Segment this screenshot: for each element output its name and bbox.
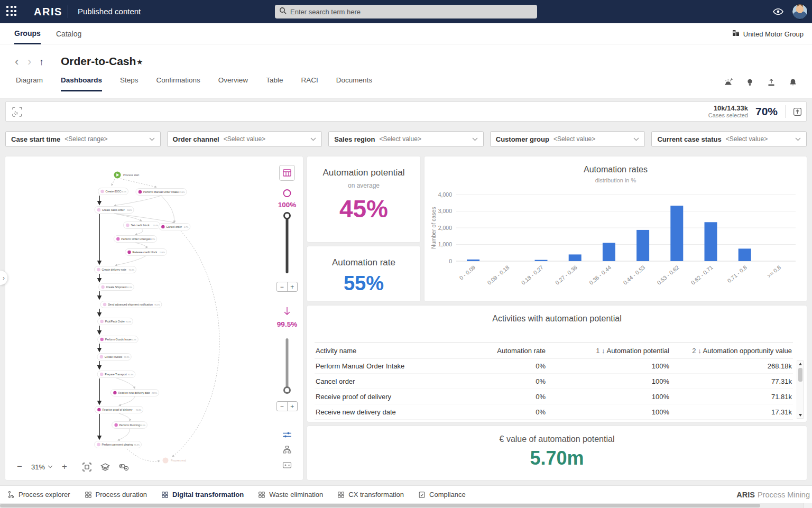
svg-text:95.3%: 95.3% — [126, 321, 132, 323]
column-header-automation-opportunity-value[interactable]: 2 ↓ Automation opportunity value — [670, 347, 793, 355]
connection-arrow-icon — [283, 307, 291, 318]
dashboard-tab-process-explorer[interactable]: Process explorer — [7, 491, 70, 498]
scroll-up-icon[interactable] — [797, 361, 803, 367]
cell-value: 100% — [547, 362, 670, 370]
tab-dashboards[interactable]: Dashboards — [61, 76, 102, 91]
upload-icon[interactable] — [767, 78, 776, 89]
favorite-star-icon[interactable]: ★ — [136, 58, 143, 66]
open-panel-icon[interactable] — [793, 107, 802, 116]
nav-tab-catalog[interactable]: Catalog — [56, 23, 81, 44]
table-title: Activities with automation potential — [307, 306, 807, 324]
table-row[interactable]: Receive new delivery date0%100%17.31k — [315, 404, 793, 420]
forward-icon[interactable]: › — [27, 56, 31, 68]
filter-label: Order channel — [173, 135, 219, 143]
dashboard-tab-label: Process explorer — [19, 491, 70, 498]
dashboard-tab-label: Digital transformation — [172, 491, 244, 498]
tab-diagram[interactable]: Diagram — [16, 76, 43, 91]
svg-text:Create Invoice: Create Invoice — [105, 355, 123, 358]
process-animation-icon[interactable] — [119, 463, 129, 471]
svg-text:23.3%: 23.3% — [150, 238, 155, 241]
case-selection-icon[interactable] — [12, 107, 22, 117]
table-scrollbar[interactable] — [797, 361, 804, 419]
euro-value-card: € value of automation potential 5.70m — [307, 426, 807, 480]
zoom-out-icon[interactable]: − — [17, 461, 22, 472]
sliders-settings-icon[interactable] — [282, 431, 292, 438]
filter-order-channel[interactable]: Order channel<Select value> — [167, 131, 322, 147]
column-header-automation-potential[interactable]: 1 ↓ Automation potential — [547, 347, 670, 355]
user-avatar[interactable] — [792, 4, 808, 20]
dashboard-tab-compliance[interactable]: Compliance — [418, 491, 466, 498]
zoom-level-select[interactable]: 31% — [31, 463, 53, 471]
activity-minus-button[interactable]: − — [277, 282, 288, 291]
table-body: Perform Manual Order Intake0%100%268.18k… — [315, 358, 793, 420]
activity-slider-track[interactable] — [286, 216, 289, 273]
dashboard-tab-label: CX transformation — [348, 491, 404, 498]
dashboard-tab-waste-elimination[interactable]: Waste elimination — [258, 491, 323, 498]
svg-text:15.4%: 15.4% — [153, 225, 159, 227]
filter-sales-region[interactable]: Sales region<Select value> — [328, 131, 484, 147]
filter-value: <Select value> — [380, 135, 421, 143]
tab-overview[interactable]: Overview — [218, 76, 248, 91]
notifications-bell-icon[interactable] — [789, 78, 797, 89]
nav-tab-catalog-label: Catalog — [56, 30, 81, 38]
svg-text:3,000: 3,000 — [438, 208, 452, 214]
search-input[interactable] — [290, 8, 533, 16]
eye-icon[interactable] — [773, 8, 783, 17]
process-diagram[interactable]: Process startCreate iDOC76.5%Perform Man… — [5, 158, 272, 464]
svg-text:Perform Goods Issue: Perform Goods Issue — [105, 338, 131, 341]
table-row[interactable]: Perform Manual Order Intake0%100%268.18k — [315, 358, 793, 374]
app-launcher-icon[interactable] — [6, 6, 16, 16]
tab-confirmations[interactable]: Confirmations — [156, 76, 200, 91]
tab-raci[interactable]: RACI — [301, 76, 318, 91]
layers-icon[interactable] — [100, 463, 110, 471]
fit-to-screen-icon[interactable] — [82, 463, 91, 472]
connection-slider-track[interactable] — [286, 338, 289, 391]
card-view-icon[interactable] — [283, 462, 292, 468]
tenant-selector[interactable]: United Motor Group — [732, 23, 804, 44]
filter-current-case-status[interactable]: Current case status<Select value> — [651, 131, 807, 147]
footer-brand: ARIS Process Mining — [736, 486, 810, 504]
scroll-down-icon[interactable] — [797, 412, 803, 418]
svg-text:23.5%: 23.5% — [152, 392, 158, 394]
cell-value: 71.81k — [670, 393, 793, 401]
nav-tab-groups[interactable]: Groups — [14, 23, 41, 44]
activity-slider-marker[interactable] — [283, 189, 291, 197]
chevron-down-icon — [795, 137, 801, 141]
activity-slider-handle[interactable] — [283, 212, 291, 219]
alarm-add-icon[interactable] — [724, 78, 733, 89]
lightbulb-icon[interactable] — [746, 78, 754, 89]
connection-slider-handle[interactable] — [283, 386, 291, 394]
column-header-automation-rate[interactable]: Automation rate — [459, 347, 547, 355]
tab-table[interactable]: Table — [266, 76, 283, 91]
table-view-button[interactable] — [279, 165, 295, 181]
table-row[interactable]: Receive proof of delivery0%100%71.81k — [315, 389, 793, 404]
up-level-icon[interactable]: ↑ — [39, 57, 44, 67]
toolbar-divider — [785, 105, 786, 118]
svg-text:95.3%: 95.3% — [131, 339, 137, 341]
svg-text:Perform Manual Order Intake: Perform Manual Order Intake — [143, 190, 179, 193]
org-chart-icon[interactable] — [283, 446, 291, 454]
activity-plus-button[interactable]: + — [288, 282, 298, 291]
tenant-name: United Motor Group — [743, 30, 804, 38]
dashboard-tab-process-duration[interactable]: Process duration — [85, 491, 147, 498]
filter-customer-group[interactable]: Customer group<Select value> — [490, 131, 645, 147]
back-icon[interactable]: ‹ — [15, 56, 19, 68]
activities-table-card: Activities with automation potential Act… — [307, 306, 807, 422]
filter-case-start-time[interactable]: Case start time<Select range> — [5, 131, 161, 147]
horizontal-scrollbar[interactable] — [0, 503, 812, 508]
horizontal-scrollbar-thumb[interactable] — [0, 504, 760, 507]
aris-logo: ARIS — [34, 6, 62, 18]
scrollbar-thumb[interactable] — [798, 368, 802, 382]
connection-plus-button[interactable]: + — [288, 402, 298, 411]
footer-brand-rest: Process Mining — [758, 491, 810, 499]
dashboard-tab-cx-transformation[interactable]: CX transformation — [337, 491, 404, 498]
dashboard-tab-digital-transformation[interactable]: Digital transformation — [161, 491, 244, 498]
tab-documents[interactable]: Documents — [336, 76, 372, 91]
table-row[interactable]: Cancel order0%100%77.31k — [315, 374, 793, 389]
column-header-activity-name[interactable]: Activity name — [315, 347, 459, 355]
connection-minus-button[interactable]: − — [277, 402, 288, 411]
diagram-slider-rail: 100% −+ 99.5% −+ — [272, 156, 302, 480]
tab-steps[interactable]: Steps — [120, 76, 139, 91]
svg-text:0.71 - 0.8: 0.71 - 0.8 — [726, 264, 748, 284]
zoom-in-icon[interactable]: + — [62, 461, 67, 472]
